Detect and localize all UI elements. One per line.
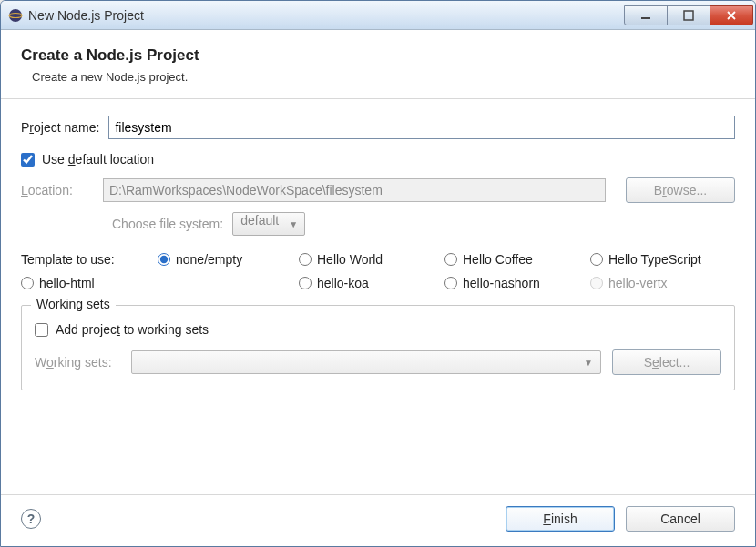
window-title: New Node.js Project — [28, 8, 625, 23]
dialog-content: Project name: Use default location Locat… — [1, 99, 755, 494]
file-system-label: Choose file system: — [112, 217, 223, 231]
project-name-input[interactable] — [108, 116, 735, 139]
template-option-hello-vertx: hello-vertx — [590, 276, 735, 290]
maximize-button[interactable] — [667, 5, 710, 25]
template-option-hello-koa[interactable]: hello-koa — [299, 276, 444, 290]
chevron-down-icon: ▼ — [584, 358, 593, 368]
svg-rect-3 — [684, 11, 693, 20]
working-sets-row: Working sets: ▼ Select... — [35, 349, 721, 375]
browse-button: Browse... — [626, 177, 735, 203]
svg-rect-2 — [641, 17, 650, 19]
dialog-title: Create a Node.js Project — [21, 46, 735, 65]
template-section: Template to use: none/empty Hello World … — [21, 252, 735, 290]
template-option-hello-world[interactable]: Hello World — [299, 252, 444, 267]
select-working-sets-button: Select... — [612, 349, 721, 375]
cancel-button[interactable]: Cancel — [626, 506, 735, 532]
dialog-window: New Node.js Project Create a Node.js Pro… — [0, 0, 756, 547]
working-sets-select: ▼ — [131, 350, 601, 374]
working-sets-group: Working sets Add project to working sets… — [21, 305, 735, 390]
add-to-working-sets-row: Add project to working sets — [35, 322, 721, 337]
svg-point-0 — [9, 9, 22, 22]
dialog-footer: ? Finish Cancel — [1, 494, 755, 546]
working-sets-legend: Working sets — [31, 297, 116, 311]
eclipse-icon — [8, 8, 23, 23]
template-option-hello-html[interactable]: hello-html — [21, 276, 299, 290]
file-system-row: Choose file system: default ▼ — [112, 212, 735, 236]
add-to-working-sets-checkbox[interactable] — [35, 323, 48, 337]
dialog-subtitle: Create a new Node.js project. — [21, 70, 735, 84]
project-name-label: Project name: — [21, 120, 99, 135]
titlebar: New Node.js Project — [1, 1, 755, 30]
use-default-location-row: Use default location — [21, 152, 735, 167]
help-icon[interactable]: ? — [21, 509, 41, 529]
minimize-button[interactable] — [624, 5, 668, 25]
location-row: Location: Browse... — [21, 177, 735, 203]
project-name-row: Project name: — [21, 116, 735, 139]
file-system-select: default ▼ — [232, 212, 305, 236]
location-label: Location: — [21, 183, 94, 198]
template-label: Template to use: — [21, 252, 158, 267]
working-sets-label: Working sets: — [35, 355, 131, 370]
template-option-none[interactable]: none/empty — [158, 252, 299, 267]
template-option-hello-nashorn[interactable]: hello-nashorn — [444, 276, 590, 290]
use-default-location-label: Use default location — [42, 152, 154, 167]
template-option-hello-coffee[interactable]: Hello Coffee — [444, 252, 590, 267]
use-default-location-checkbox[interactable] — [21, 153, 35, 167]
template-option-hello-typescript[interactable]: Hello TypeScript — [590, 252, 735, 267]
close-button[interactable] — [710, 5, 753, 25]
finish-button[interactable]: Finish — [506, 506, 615, 532]
add-to-working-sets-label: Add project to working sets — [56, 322, 209, 337]
location-input — [103, 178, 606, 202]
window-controls — [625, 5, 753, 25]
dialog-header: Create a Node.js Project Create a new No… — [1, 30, 755, 99]
